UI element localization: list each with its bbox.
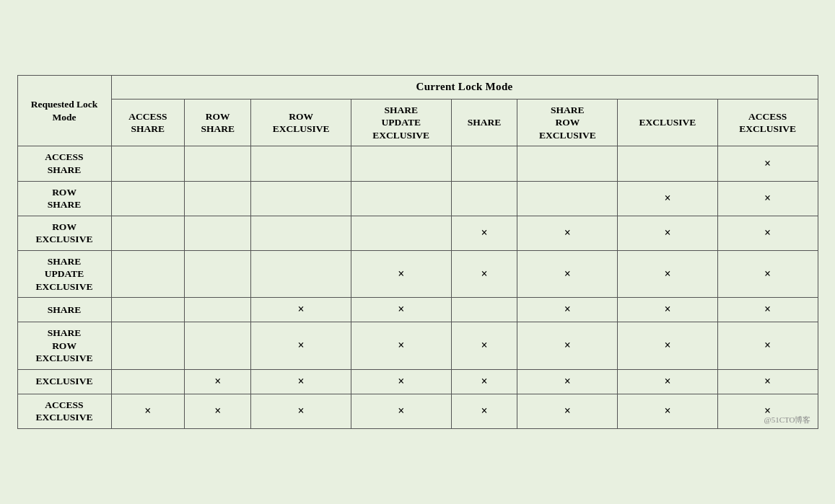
conflict-marker: × — [564, 226, 571, 239]
table-row: SHAREUPDATEEXCLUSIVE××××× — [17, 250, 818, 298]
column-header: ROWSHARE — [185, 99, 251, 146]
lock-cell — [618, 146, 718, 181]
lock-cell: × — [111, 394, 185, 428]
lock-cell: × — [717, 146, 818, 181]
lock-cell — [111, 298, 185, 322]
lock-cell: × — [517, 322, 618, 370]
lock-cell: × — [351, 394, 451, 428]
conflict-marker: × — [564, 268, 571, 280]
lock-cell — [351, 146, 451, 181]
conflict-marker: × — [764, 157, 771, 169]
lock-cell — [251, 250, 351, 298]
column-header: ROWEXCLUSIVE — [251, 99, 351, 146]
table-row: SHAREROWEXCLUSIVE×××××× — [17, 322, 818, 370]
lock-cell: × — [451, 394, 517, 428]
lock-cell — [185, 216, 251, 250]
lock-cell: × — [618, 369, 718, 394]
lock-cell: × — [717, 181, 818, 216]
lock-mode-table: Requested Lock Mode Current Lock Mode AC… — [17, 75, 818, 428]
requested-lock-mode-header: Requested Lock Mode — [17, 76, 111, 146]
lock-cell — [251, 216, 351, 250]
current-lock-mode-header: Current Lock Mode — [111, 76, 818, 100]
conflict-marker: × — [564, 375, 571, 387]
table-row: SHARE××××× — [17, 298, 818, 322]
watermark: @51CTO博客 — [764, 415, 811, 425]
row-label: EXCLUSIVE — [17, 369, 111, 394]
lock-cell: × — [618, 322, 718, 370]
lock-cell: × — [517, 216, 618, 250]
column-header: SHAREUPDATEEXCLUSIVE — [351, 99, 451, 146]
conflict-marker: × — [398, 339, 404, 351]
lock-cell: × — [618, 250, 718, 298]
lock-cell: × — [717, 369, 818, 394]
lock-cell — [517, 146, 618, 181]
conflict-marker: × — [764, 192, 771, 204]
lock-cell — [185, 146, 251, 181]
lock-cell: × — [717, 250, 818, 298]
lock-cell — [351, 181, 451, 216]
lock-cell — [517, 181, 618, 216]
conflict-marker: × — [297, 404, 304, 417]
lock-cell — [185, 250, 251, 298]
lock-cell — [111, 322, 185, 370]
conflict-marker: × — [664, 226, 670, 239]
row-label: ACCESSEXCLUSIVE — [17, 394, 111, 428]
lock-cell: × — [517, 394, 618, 428]
column-header: EXCLUSIVE — [618, 99, 718, 146]
conflict-marker: × — [297, 303, 304, 315]
conflict-marker: × — [481, 404, 487, 417]
conflict-marker: × — [764, 226, 771, 239]
lock-cell — [111, 181, 185, 216]
row-label: SHAREUPDATEEXCLUSIVE — [17, 250, 111, 298]
lock-cell: × — [451, 216, 517, 250]
conflict-marker: × — [481, 268, 487, 280]
column-header: SHARE — [451, 99, 517, 146]
row-label: SHARE — [17, 298, 111, 322]
lock-cell: × — [451, 369, 517, 394]
lock-cell — [185, 322, 251, 370]
conflict-marker: × — [481, 375, 487, 387]
conflict-marker: × — [564, 404, 571, 417]
lock-cell: × — [251, 298, 351, 322]
lock-cell — [185, 181, 251, 216]
lock-cell — [111, 369, 185, 394]
lock-cell: × — [717, 322, 818, 370]
lock-cell: × — [351, 322, 451, 370]
lock-cell: × — [451, 250, 517, 298]
lock-cell: × — [618, 394, 718, 428]
lock-cell: × — [517, 250, 618, 298]
conflict-marker: × — [214, 404, 221, 417]
conflict-marker: × — [398, 404, 404, 417]
lock-cell: × — [251, 394, 351, 428]
conflict-marker: × — [214, 375, 221, 387]
lock-cell — [351, 216, 451, 250]
row-label: ROWSHARE — [17, 181, 111, 216]
lock-cell: × — [185, 394, 251, 428]
lock-cell — [451, 181, 517, 216]
lock-cell: × — [451, 322, 517, 370]
lock-cell: × — [185, 369, 251, 394]
conflict-marker: × — [297, 339, 304, 351]
lock-cell — [185, 298, 251, 322]
conflict-marker: × — [764, 268, 771, 280]
conflict-marker: × — [764, 375, 771, 387]
row-label: SHAREROWEXCLUSIVE — [17, 322, 111, 370]
lock-cell: × — [717, 298, 818, 322]
conflict-marker: × — [481, 226, 487, 239]
column-header: ACCESSEXCLUSIVE — [717, 99, 818, 146]
row-label: ACCESSSHARE — [17, 146, 111, 181]
conflict-marker: × — [764, 303, 771, 315]
lock-cell: × — [717, 216, 818, 250]
conflict-marker: × — [664, 404, 670, 417]
conflict-marker: × — [664, 375, 670, 387]
lock-cell: × — [618, 298, 718, 322]
conflict-marker: × — [564, 339, 571, 351]
lock-cell — [111, 250, 185, 298]
conflict-marker: × — [664, 339, 670, 351]
table-row: ROWSHARE×× — [17, 181, 818, 216]
conflict-marker: × — [398, 375, 404, 387]
lock-cell: × — [351, 369, 451, 394]
conflict-marker: × — [398, 303, 404, 315]
conflict-marker: × — [398, 268, 404, 280]
table-row: ROWEXCLUSIVE×××× — [17, 216, 818, 250]
